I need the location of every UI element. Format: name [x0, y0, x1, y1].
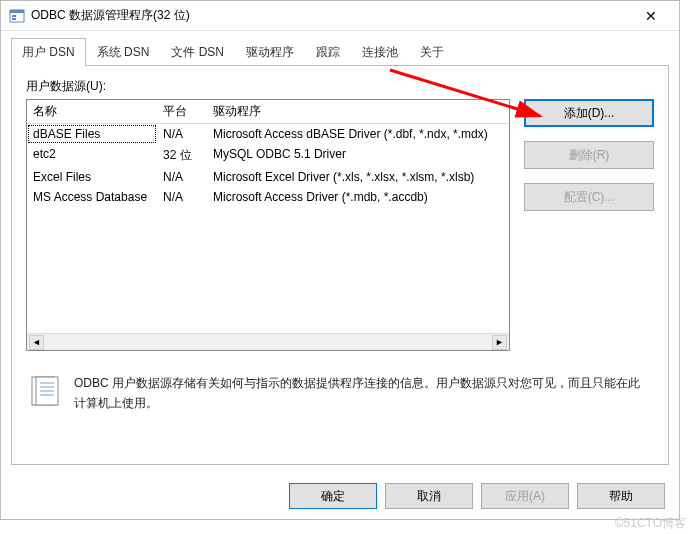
- watermark: ©51CTO博客: [615, 515, 686, 532]
- tab-file-dsn[interactable]: 文件 DSN: [160, 38, 235, 66]
- scroll-right-icon[interactable]: ►: [492, 335, 507, 350]
- info-panel: ODBC 用户数据源存储有关如何与指示的数据提供程序连接的信息。用户数据源只对您…: [26, 369, 654, 418]
- tab-about[interactable]: 关于: [409, 38, 455, 66]
- tab-pooling[interactable]: 连接池: [351, 38, 409, 66]
- table-row[interactable]: dBASE Files N/A Microsoft Access dBASE D…: [27, 124, 509, 144]
- tab-system-dsn[interactable]: 系统 DSN: [86, 38, 161, 66]
- col-driver[interactable]: 驱动程序: [207, 100, 509, 123]
- col-name[interactable]: 名称: [27, 100, 157, 123]
- table-row[interactable]: etc2 32 位 MySQL ODBC 5.1 Driver: [27, 144, 509, 167]
- horizontal-scrollbar[interactable]: ◄ ►: [27, 333, 509, 350]
- dsn-list[interactable]: 名称 平台 驱动程序 dBASE Files N/A Microsoft Acc…: [26, 99, 510, 351]
- table-row[interactable]: Excel Files N/A Microsoft Excel Driver (…: [27, 167, 509, 187]
- side-buttons: 添加(D)... 删除(R) 配置(C)...: [524, 99, 654, 351]
- help-button[interactable]: 帮助: [577, 483, 665, 509]
- tab-user-dsn[interactable]: 用户 DSN: [11, 38, 86, 66]
- ok-button[interactable]: 确定: [289, 483, 377, 509]
- dialog-window: ODBC 数据源管理程序(32 位) ✕ 用户 DSN 系统 DSN 文件 DS…: [0, 0, 680, 520]
- table-row[interactable]: MS Access Database N/A Microsoft Access …: [27, 187, 509, 207]
- cancel-button[interactable]: 取消: [385, 483, 473, 509]
- dsn-list-label: 用户数据源(U):: [26, 78, 654, 95]
- main-area: 名称 平台 驱动程序 dBASE Files N/A Microsoft Acc…: [26, 99, 654, 351]
- close-button[interactable]: ✕: [631, 2, 671, 30]
- svg-rect-2: [12, 15, 16, 17]
- remove-button[interactable]: 删除(R): [524, 141, 654, 169]
- col-platform[interactable]: 平台: [157, 100, 207, 123]
- apply-button[interactable]: 应用(A): [481, 483, 569, 509]
- tab-content: 用户数据源(U): 名称 平台 驱动程序 dBASE Files N/A Mic…: [11, 65, 669, 465]
- scroll-left-icon[interactable]: ◄: [29, 335, 44, 350]
- tab-strip: 用户 DSN 系统 DSN 文件 DSN 驱动程序 跟踪 连接池 关于: [1, 31, 679, 65]
- table-header: 名称 平台 驱动程序: [27, 100, 509, 124]
- tab-tracing[interactable]: 跟踪: [305, 38, 351, 66]
- titlebar: ODBC 数据源管理程序(32 位) ✕: [1, 1, 679, 31]
- app-icon: [9, 8, 25, 24]
- add-button[interactable]: 添加(D)...: [524, 99, 654, 127]
- svg-rect-1: [10, 10, 24, 13]
- configure-button[interactable]: 配置(C)...: [524, 183, 654, 211]
- tab-drivers[interactable]: 驱动程序: [235, 38, 305, 66]
- info-icon: [30, 373, 62, 409]
- dialog-footer: 确定 取消 应用(A) 帮助: [289, 483, 665, 509]
- info-text: ODBC 用户数据源存储有关如何与指示的数据提供程序连接的信息。用户数据源只对您…: [74, 373, 650, 414]
- svg-rect-3: [12, 18, 16, 20]
- table-body: dBASE Files N/A Microsoft Access dBASE D…: [27, 124, 509, 207]
- window-title: ODBC 数据源管理程序(32 位): [31, 7, 631, 24]
